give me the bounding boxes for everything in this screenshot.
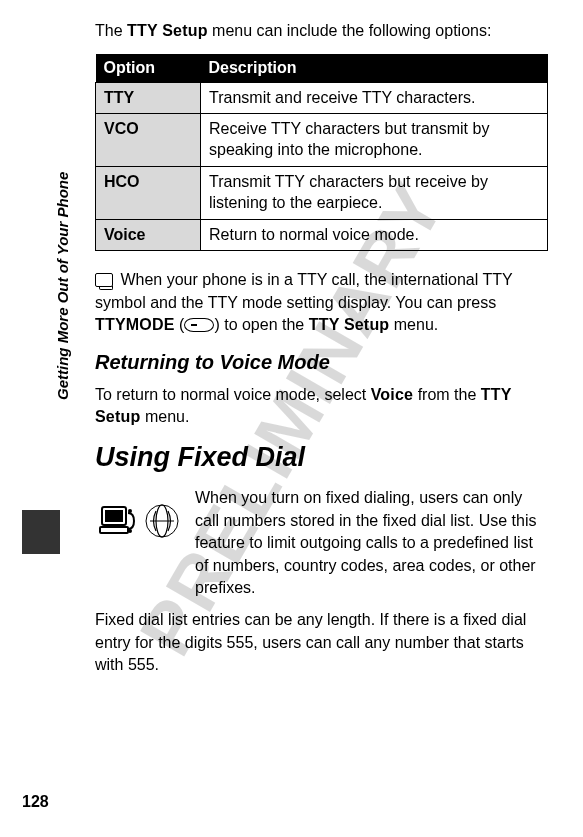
fixed-dial-intro-row: When you turn on fixed dialing, users ca… <box>95 487 548 599</box>
returning-heading: Returning to Voice Mode <box>95 351 548 374</box>
intro-paragraph: The TTY Setup menu can include the follo… <box>95 20 548 42</box>
options-table: Option Description TTY Transmit and rece… <box>95 54 548 252</box>
tty-call-paragraph: When your phone is in a TTY call, the in… <box>95 269 548 336</box>
tty-device-icon <box>95 273 113 287</box>
main-content: The TTY Setup menu can include the follo… <box>95 20 548 690</box>
option-cell: TTY <box>96 82 201 114</box>
description-cell: Transmit and receive TTY characters. <box>201 82 548 114</box>
fixed-dial-heading: Using Fixed Dial <box>95 442 548 473</box>
tty-para-part4: menu. <box>389 316 438 333</box>
svg-point-3 <box>128 509 132 513</box>
svg-point-4 <box>128 529 132 533</box>
sidebar-chapter-label: Getting More Out of Your Phone <box>54 172 71 400</box>
return-paragraph: To return to normal voice mode, select V… <box>95 384 548 429</box>
return-para-part1: To return to normal voice mode, select <box>95 386 371 403</box>
softkey-icon <box>184 318 214 332</box>
sidebar-tab-block <box>22 510 60 554</box>
table-row: TTY Transmit and receive TTY characters. <box>96 82 548 114</box>
tty-setup-menu-name: TTY Setup <box>309 316 390 333</box>
intro-prefix: The <box>95 22 127 39</box>
description-cell: Transmit TTY characters but receive by l… <box>201 166 548 219</box>
table-row: VCO Receive TTY characters but transmit … <box>96 114 548 167</box>
voice-option-name: Voice <box>371 386 414 403</box>
col-header-description: Description <box>201 54 548 83</box>
col-header-option: Option <box>96 54 201 83</box>
page-number: 128 <box>22 793 49 811</box>
tty-para-part2: ( <box>175 316 185 333</box>
tty-para-part1: When your phone is in a TTY call, the in… <box>95 271 512 310</box>
computer-icon <box>98 501 138 541</box>
subscription-seal-icon <box>142 501 182 541</box>
fixed-dial-paragraph-2: Fixed dial list entries can be any lengt… <box>95 609 548 676</box>
intro-menu-name: TTY Setup <box>127 22 208 39</box>
ttymode-key-label: TTYMODE <box>95 316 175 333</box>
return-para-part3: menu. <box>140 408 189 425</box>
description-cell: Receive TTY characters but transmit by s… <box>201 114 548 167</box>
svg-rect-1 <box>105 510 123 522</box>
fixed-dial-paragraph-1: When you turn on fixed dialing, users ca… <box>195 487 548 599</box>
table-row: HCO Transmit TTY characters but receive … <box>96 166 548 219</box>
intro-suffix: menu can include the following options: <box>208 22 492 39</box>
tty-para-part3: ) to open the <box>214 316 308 333</box>
option-cell: VCO <box>96 114 201 167</box>
option-cell: Voice <box>96 219 201 251</box>
option-cell: HCO <box>96 166 201 219</box>
svg-rect-2 <box>100 527 128 533</box>
network-feature-icon <box>95 487 185 555</box>
description-cell: Return to normal voice mode. <box>201 219 548 251</box>
return-para-part2: from the <box>413 386 481 403</box>
table-row: Voice Return to normal voice mode. <box>96 219 548 251</box>
